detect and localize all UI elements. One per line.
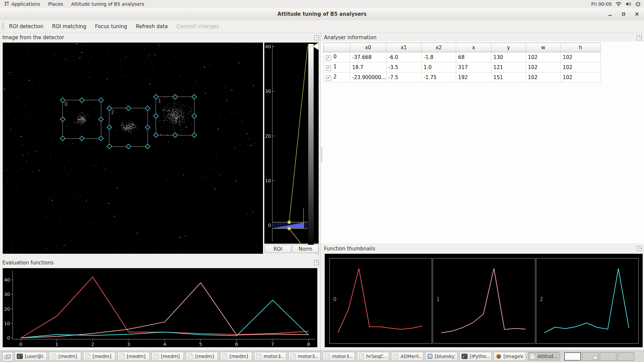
cell-x0[interactable]: 18.7 [350,62,386,72]
task-button-motor3[interactable]: motor3... [288,352,321,361]
column-header-x0[interactable]: x0 [350,43,386,52]
column-header-x[interactable]: x [456,43,491,52]
task-button-medm[interactable]: [medm] [220,352,252,361]
menubar-item-focus-tuning[interactable]: Focus tuning [91,20,131,33]
task-button-medm[interactable]: [medm] [49,352,81,361]
cell-w[interactable]: 102 [526,62,560,72]
dock-detach-icon[interactable] [314,35,319,40]
row-checkbox[interactable]: ✓ [326,75,331,81]
detector-image-view[interactable]: 012 [3,43,263,254]
task-button-medm[interactable]: [medm] [117,352,150,361]
thumbnails-dock-title[interactable]: Function thumbnails [324,245,375,252]
cell-h[interactable]: 102 [560,72,600,82]
cell-id[interactable]: ✓1 [324,62,350,72]
applications-menu[interactable]: Applications [0,0,44,8]
cell-w[interactable]: 102 [526,72,560,82]
window-list-menu[interactable]: Attitude tuning of B5 analysers [67,0,148,8]
wifi-icon[interactable] [615,1,622,7]
task-button-label: [ImageV... [503,354,524,359]
histogram-plot[interactable]: 010203040 [264,43,319,257]
cell-x1[interactable]: -6.0 [386,52,421,62]
image-dock-title[interactable]: Image from the detector [2,34,64,41]
task-button-motor3[interactable]: motor3... [254,352,286,361]
histogram-lut-widget[interactable]: 010203040 [264,43,319,257]
row-checkbox[interactable]: ✓ [326,65,331,71]
task-button-motor3[interactable]: motor3... [323,352,355,361]
task-button-label: hrSeqC... [366,354,387,359]
column-header-x2[interactable]: x2 [421,43,456,52]
row-checkbox[interactable]: ✓ [326,55,331,61]
places-menu[interactable]: Places [44,0,67,8]
task-button-admerli[interactable]: ADMerli... [391,352,423,361]
cell-x2[interactable]: 1.0 [421,62,456,72]
menubar-item-refresh-data[interactable]: Refresh data [131,20,172,33]
task-button-hrseqc[interactable]: hrSeqC... [357,352,389,361]
applications-menu-label: Applications [11,1,40,7]
evaluation-dock-title[interactable]: Evaluation functions [2,259,54,266]
cell-id[interactable]: ✓2 [324,72,350,82]
toolbar-grip-handle[interactable] [2,23,4,30]
function-thumbnail-0[interactable]: 0 [329,258,432,344]
show-desktop-button[interactable] [2,352,13,362]
splitter-handle[interactable] [321,147,322,162]
task-button-medm[interactable]: [medm] [83,352,115,361]
cell-x[interactable]: 68 [456,52,491,62]
window-titlebar[interactable]: Attitude tuning of B5 analysers [0,8,644,20]
task-button-imagev[interactable]: [ImageV... [494,352,526,361]
task-button-medm[interactable]: [medm] [186,352,218,361]
cell-x1[interactable]: -3.5 [386,62,421,72]
close-button[interactable] [633,10,641,18]
column-header-select[interactable] [324,43,350,52]
task-button-ipytho[interactable]: [IPytho... [460,352,492,361]
cell-x0[interactable]: -37.668 [350,52,386,62]
menubar-item-roi-matching[interactable]: ROI matching [48,20,91,33]
function-thumbnail-2[interactable]: 2 [536,258,639,344]
cell-h[interactable]: 102 [560,62,600,72]
lut-top-handle-icon[interactable] [313,43,319,50]
task-button-medm[interactable]: [medm] [152,352,184,361]
cell-x0[interactable]: -23.900000... [350,72,386,82]
normalization-button[interactable]: Norm [292,245,319,253]
evaluation-plot[interactable]: 010203040012345678 [3,268,317,347]
column-header-x1[interactable]: x1 [386,43,421,52]
dock-detach-icon[interactable] [637,246,642,251]
task-button-user-l[interactable]: [user@l... [15,352,47,361]
cell-x2[interactable]: -1.75 [421,72,456,82]
workspace-1[interactable] [564,352,581,361]
task-button-bluesky[interactable]: [bluesky] [425,352,458,361]
cell-w[interactable]: 102 [526,52,560,62]
cell-y[interactable]: 121 [491,62,526,72]
column-header-w[interactable]: w [526,43,560,52]
roi-label: 2 [111,109,114,115]
cell-x[interactable]: 192 [456,72,491,82]
maximize-button[interactable] [619,10,628,18]
cell-y[interactable]: 130 [491,52,526,62]
volume-icon[interactable] [625,1,632,7]
column-header-h[interactable]: h [560,43,600,52]
analyser-dock-title[interactable]: Analyser information [324,34,377,41]
cell-x2[interactable]: -1.8 [421,52,456,62]
function-thumbnail-1[interactable]: 1 [433,258,535,344]
roi-box-0[interactable]: 0 [62,100,101,139]
dock-detach-icon[interactable] [314,260,319,265]
cell-id[interactable]: ✓0 [324,52,350,62]
power-icon[interactable] [635,1,641,7]
roi-box-2[interactable]: 2 [109,108,148,147]
analyser-table: x0x1x2xywh✓0-37.668-6.0-1.868130102102✓1… [323,43,601,82]
task-button-attitud[interactable]: Attitud... [528,352,560,361]
workspace-2[interactable] [582,352,599,361]
clock[interactable]: Fri 00:05 [591,1,612,7]
workspace-3[interactable] [600,352,616,361]
menubar-item-roi-detection[interactable]: ROI detection [5,20,48,33]
cell-x[interactable]: 317 [456,62,491,72]
column-header-y[interactable]: y [491,43,526,52]
cell-h[interactable]: 102 [560,52,600,62]
minimize-button[interactable] [606,10,614,18]
dock-detach-icon[interactable] [637,35,642,40]
roi-toggle-button[interactable]: ROI [265,245,291,253]
cell-x1[interactable]: -7.5 [386,72,421,82]
svg-text:0: 0 [268,223,271,228]
workspace-4[interactable] [618,352,634,361]
roi-box-1[interactable]: 1 [156,97,195,135]
cell-y[interactable]: 151 [491,72,526,82]
